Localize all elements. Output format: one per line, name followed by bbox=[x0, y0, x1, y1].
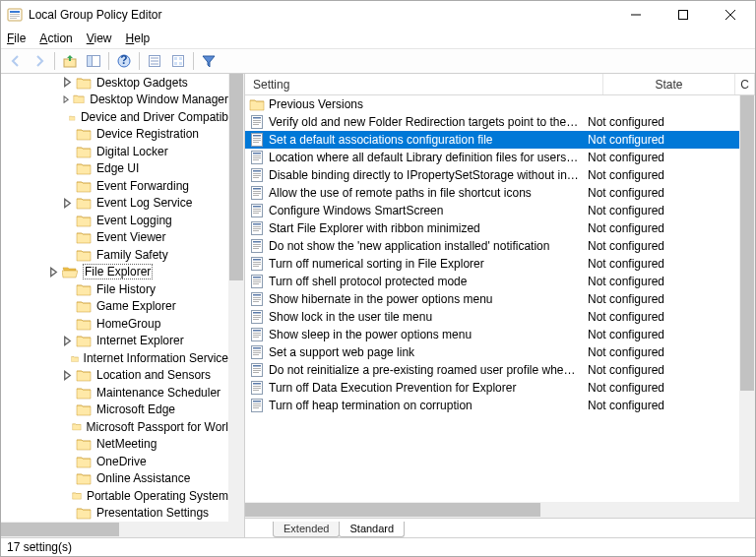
list-row[interactable]: Show sleep in the power options menuNot … bbox=[245, 326, 739, 343]
maximize-button[interactable] bbox=[668, 5, 698, 25]
back-button[interactable] bbox=[5, 50, 27, 72]
svg-rect-22 bbox=[179, 62, 182, 65]
tree-node[interactable]: Microsoft Edge bbox=[1, 402, 228, 419]
list-row[interactable]: Set a default associations configuration… bbox=[245, 131, 739, 149]
tab-standard[interactable]: Standard bbox=[339, 522, 405, 537]
list-row[interactable]: Previous Versions bbox=[245, 95, 739, 113]
tree-node[interactable]: Event Log Service bbox=[1, 195, 228, 213]
list-row[interactable]: Allow the use of remote paths in file sh… bbox=[245, 184, 739, 202]
forward-button[interactable] bbox=[29, 50, 50, 72]
tree-node[interactable]: Game Explorer bbox=[1, 298, 228, 316]
row-state: Not configured bbox=[588, 168, 720, 182]
tree-node[interactable]: File Explorer bbox=[1, 264, 228, 281]
list-body: Previous VersionsVerify old and new Fold… bbox=[245, 95, 755, 502]
tree-node[interactable]: Desktop Gadgets bbox=[1, 74, 228, 92]
help-button[interactable]: ? bbox=[113, 50, 135, 72]
list-row[interactable]: Set a support web page linkNot configure… bbox=[245, 343, 739, 361]
svg-rect-25 bbox=[253, 120, 261, 121]
tree-node[interactable]: Location and Sensors bbox=[1, 367, 228, 385]
list-row[interactable]: Configure Windows SmartScreenNot configu… bbox=[245, 202, 739, 219]
tree-node[interactable]: HomeGroup bbox=[1, 315, 228, 333]
expand-icon[interactable] bbox=[62, 198, 73, 209]
menu-action[interactable]: Action bbox=[39, 31, 72, 45]
options-2-button[interactable] bbox=[167, 50, 189, 72]
tree[interactable]: Desktop GadgetsDesktop Window ManagerDev… bbox=[1, 74, 244, 522]
policy-icon bbox=[249, 256, 265, 272]
svg-rect-64 bbox=[253, 259, 261, 261]
svg-rect-57 bbox=[253, 230, 259, 231]
svg-rect-49 bbox=[253, 206, 261, 208]
expand-icon[interactable] bbox=[62, 77, 73, 88]
menu-help[interactable]: Help bbox=[126, 31, 151, 45]
tree-vertical-scrollbar[interactable] bbox=[228, 74, 244, 522]
tree-node[interactable]: Presentation Settings bbox=[1, 505, 228, 523]
list-vertical-scrollbar[interactable] bbox=[739, 95, 755, 502]
list-row[interactable]: Turn off heap termination on corruptionN… bbox=[245, 397, 739, 414]
folder-icon bbox=[76, 299, 92, 313]
folder-icon bbox=[76, 437, 92, 451]
row-state: Not configured bbox=[588, 310, 720, 324]
tree-node[interactable]: File History bbox=[1, 280, 228, 298]
list-row[interactable]: Turn off shell protocol protected modeNo… bbox=[245, 273, 739, 290]
list-row[interactable]: Do not show the 'new application install… bbox=[245, 237, 739, 255]
folder-icon bbox=[76, 402, 92, 416]
svg-rect-74 bbox=[253, 294, 261, 296]
tree-node[interactable]: Event Viewer bbox=[1, 229, 228, 247]
tree-node[interactable]: Device Registration bbox=[1, 126, 228, 144]
svg-rect-41 bbox=[253, 175, 261, 176]
svg-rect-52 bbox=[253, 213, 259, 214]
tree-node[interactable]: Online Assistance bbox=[1, 470, 228, 488]
tree-node[interactable]: Device and Driver Compatib bbox=[1, 108, 228, 126]
status-bar: 17 setting(s) bbox=[1, 538, 755, 556]
options-1-button[interactable] bbox=[144, 50, 165, 72]
tree-node[interactable]: Desktop Window Manager bbox=[1, 92, 228, 109]
tree-node[interactable]: NetMeeting bbox=[1, 436, 228, 454]
list-row[interactable]: Do not reinitialize a pre-existing roame… bbox=[245, 361, 739, 379]
svg-rect-11 bbox=[88, 56, 93, 67]
minimize-button[interactable] bbox=[621, 5, 651, 25]
list-row[interactable]: Show hibernate in the power options menu… bbox=[245, 290, 739, 308]
svg-rect-90 bbox=[253, 350, 261, 351]
list-row[interactable]: Show lock in the user tile menuNot confi… bbox=[245, 308, 739, 326]
tree-node[interactable]: Digital Locker bbox=[1, 143, 228, 160]
tree-horizontal-scrollbar[interactable] bbox=[1, 522, 228, 537]
tree-node-label: Maintenance Scheduler bbox=[96, 386, 220, 400]
row-setting: Turn off shell protocol protected mode bbox=[269, 275, 588, 288]
tree-node[interactable]: Microsoft Passport for Worl bbox=[1, 418, 228, 436]
list-row[interactable]: Verify old and new Folder Redirection ta… bbox=[245, 113, 739, 131]
tree-node[interactable]: Edge UI bbox=[1, 160, 228, 178]
menu-file[interactable]: File bbox=[7, 31, 26, 45]
list-horizontal-scrollbar[interactable] bbox=[245, 502, 755, 518]
tree-node[interactable]: Maintenance Scheduler bbox=[1, 384, 228, 402]
tab-extended[interactable]: Extended bbox=[273, 522, 340, 537]
expand-icon[interactable] bbox=[62, 370, 73, 381]
tree-node[interactable]: OneDrive bbox=[1, 453, 228, 470]
tree-node[interactable]: Event Forwarding bbox=[1, 177, 228, 195]
tree-node[interactable]: Family Safety bbox=[1, 246, 228, 264]
tree-node-label: Online Assistance bbox=[96, 471, 190, 485]
column-header-setting[interactable]: Setting bbox=[245, 74, 603, 94]
list-row[interactable]: Location where all default Library defin… bbox=[245, 149, 739, 166]
menu-view[interactable]: View bbox=[87, 31, 112, 45]
close-button[interactable] bbox=[716, 5, 745, 25]
list-row[interactable]: Start File Explorer with ribbon minimize… bbox=[245, 219, 739, 237]
tree-node-label: File Explorer bbox=[83, 264, 153, 279]
row-state: Not configured bbox=[588, 133, 720, 147]
tree-node[interactable]: Internet Information Service bbox=[1, 349, 228, 367]
tree-node[interactable]: Internet Explorer bbox=[1, 333, 228, 350]
expand-icon[interactable] bbox=[62, 94, 70, 105]
window-title: Local Group Policy Editor bbox=[29, 8, 621, 22]
up-button[interactable] bbox=[59, 50, 81, 72]
list-row[interactable]: Disable binding directly to IPropertySet… bbox=[245, 166, 739, 184]
list-row[interactable]: Turn off numerical sorting in File Explo… bbox=[245, 255, 739, 273]
expand-icon[interactable] bbox=[62, 336, 73, 346]
column-header-state[interactable]: State bbox=[603, 74, 735, 94]
expand-icon[interactable] bbox=[48, 267, 59, 278]
tree-node[interactable]: Portable Operating System bbox=[1, 487, 228, 505]
column-header-c[interactable]: C bbox=[735, 74, 755, 94]
tree-node[interactable]: Event Logging bbox=[1, 212, 228, 229]
filter-button[interactable] bbox=[198, 50, 220, 72]
list-row[interactable]: Turn off Data Execution Prevention for E… bbox=[245, 379, 739, 397]
svg-rect-84 bbox=[253, 330, 261, 332]
show-hide-tree-button[interactable] bbox=[83, 50, 104, 72]
